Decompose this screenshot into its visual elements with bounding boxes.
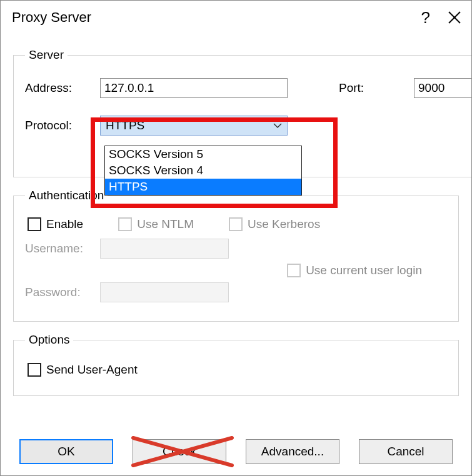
username-input <box>100 239 229 259</box>
protocol-dropdown[interactable]: SOCKS Version 5 SOCKS Version 4 HTTPS <box>104 146 302 196</box>
checkbox-box <box>118 217 132 231</box>
current-user-label: Use current user login <box>306 264 422 277</box>
window-controls: ? <box>421 9 461 26</box>
ntlm-checkbox: Use NTLM <box>118 217 194 231</box>
chevron-down-icon <box>273 122 282 129</box>
ok-button[interactable]: OK <box>19 439 113 464</box>
server-legend: Server <box>25 48 68 62</box>
protocol-option-https[interactable]: HTTPS <box>105 179 301 195</box>
button-row: OK Check Advanced... Cancel <box>1 439 471 464</box>
password-label: Password: <box>25 285 100 299</box>
enable-checkbox[interactable]: Enable <box>28 217 83 231</box>
check-button[interactable]: Check <box>133 439 226 464</box>
protocol-option-socks4[interactable]: SOCKS Version 4 <box>105 162 301 179</box>
send-ua-checkbox[interactable]: Send User-Agent <box>28 363 138 377</box>
help-icon[interactable]: ? <box>421 9 430 26</box>
current-user-checkbox: Use current user login <box>287 264 422 277</box>
address-label: Address: <box>25 81 100 95</box>
protocol-selected: HTTPS <box>106 119 144 132</box>
send-ua-label: Send User-Agent <box>46 363 138 377</box>
protocol-select[interactable]: HTTPS <box>100 116 288 136</box>
address-input[interactable] <box>100 78 288 98</box>
protocol-label: Protocol: <box>25 119 100 132</box>
checkbox-box <box>28 217 41 231</box>
checkbox-box <box>229 217 243 231</box>
protocol-option-socks5[interactable]: SOCKS Version 5 <box>105 146 301 162</box>
password-input <box>100 282 229 302</box>
port-label: Port: <box>339 81 414 95</box>
username-label: Username: <box>25 242 100 255</box>
auth-legend: Authentication <box>25 189 108 202</box>
titlebar: Proxy Server ? <box>1 1 471 34</box>
checkbox-box <box>287 264 301 277</box>
port-input[interactable] <box>414 78 472 98</box>
close-icon[interactable] <box>448 11 461 24</box>
kerberos-checkbox: Use Kerberos <box>229 217 320 231</box>
ntlm-label: Use NTLM <box>137 217 194 231</box>
advanced-button[interactable]: Advanced... <box>246 439 339 464</box>
window-title: Proxy Server <box>12 9 91 26</box>
auth-group: Authentication Enable Use NTLM Use Kerbe… <box>13 189 459 322</box>
options-group: Options Send User-Agent <box>13 333 459 396</box>
enable-label: Enable <box>46 217 83 231</box>
options-legend: Options <box>25 333 73 347</box>
checkbox-box <box>28 363 41 377</box>
kerberos-label: Use Kerberos <box>248 217 320 231</box>
cancel-button[interactable]: Cancel <box>359 439 453 464</box>
